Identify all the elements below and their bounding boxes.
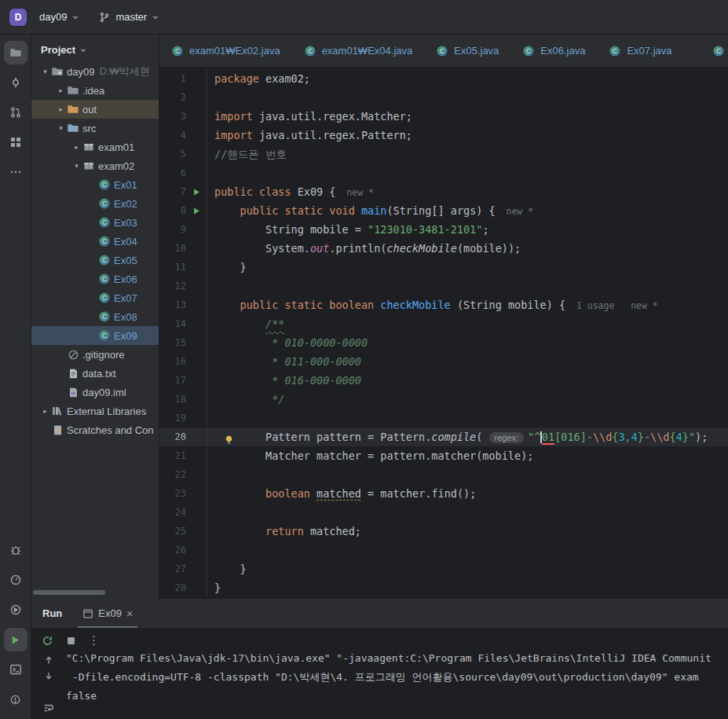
code-line-4[interactable]: 4import java.util.regex.Pattern;: [159, 126, 728, 145]
code-line-7[interactable]: 7public class Ex09 { new *: [159, 182, 728, 201]
profiler-tool-button[interactable]: [4, 568, 27, 592]
tree-item[interactable]: CEx03: [31, 213, 159, 232]
code-line-12[interactable]: 12: [159, 277, 728, 295]
debug-tool-button[interactable]: [4, 538, 27, 562]
rerun-button[interactable]: [41, 634, 53, 647]
tree-item[interactable]: ▸out: [31, 100, 159, 119]
code-line-11[interactable]: 11 }: [159, 258, 728, 277]
tree-item[interactable]: CEx09: [31, 326, 159, 345]
code-line-26[interactable]: 26: [159, 541, 728, 559]
tree-item[interactable]: CEx06: [31, 270, 159, 288]
code-line-27[interactable]: 27 }: [159, 559, 728, 578]
horizontal-scrollbar[interactable]: [33, 590, 105, 595]
bug-icon: [9, 544, 22, 556]
tree-item[interactable]: CEx01: [31, 175, 159, 194]
project-avatar: D: [9, 9, 27, 26]
run-tool-button[interactable]: [4, 628, 27, 651]
chevron-down-icon[interactable]: ▾: [71, 162, 82, 170]
gutter-spacer: [186, 559, 207, 578]
code-line-3[interactable]: 3import java.util.regex.Matcher;: [159, 107, 728, 126]
more-options-icon[interactable]: ⋮: [88, 633, 101, 647]
code-line-25[interactable]: 25 return matched;: [159, 522, 728, 541]
code-line-16[interactable]: 16 * 011-000-0000: [159, 352, 728, 371]
code-line-8[interactable]: 8 public static void main(String[] args)…: [159, 201, 728, 220]
problems-tool-button[interactable]: [4, 688, 27, 711]
tree-item[interactable]: ▸External Libraries: [31, 402, 159, 420]
tree-item[interactable]: data.txt: [31, 364, 159, 383]
services-tool-button[interactable]: [4, 598, 27, 622]
code-line-20[interactable]: 20 Pattern pattern = Pattern.compile( re…: [159, 427, 728, 446]
chevron-right-icon[interactable]: ▸: [55, 105, 67, 113]
tree-item[interactable]: ▾day09D:₩박세현: [31, 62, 159, 81]
tree-item[interactable]: ▸.idea: [31, 81, 159, 100]
chevron-down-icon: [152, 13, 159, 21]
code-line-15[interactable]: 15 * 010-0000-0000: [159, 333, 728, 352]
code-line-19[interactable]: 19: [159, 409, 728, 427]
code-line-2[interactable]: 2: [159, 88, 728, 107]
editor-tab[interactable]: C: [703, 35, 728, 67]
code-line-13[interactable]: 13 public static boolean checkMobile (St…: [159, 295, 728, 314]
chevron-down-icon[interactable]: ▾: [39, 68, 51, 75]
chevron-right-icon[interactable]: ▸: [55, 86, 67, 94]
code-line-28[interactable]: 28}: [159, 578, 728, 597]
chevron-right-icon[interactable]: ▸: [71, 143, 82, 151]
tree-item[interactable]: day09.iml: [31, 383, 159, 402]
chevron-down-icon[interactable]: ▾: [55, 124, 67, 132]
editor-tab[interactable]: Cexam01₩Ex04.java: [292, 35, 425, 67]
scroll-to-bottom-button[interactable]: [42, 669, 55, 682]
tree-item[interactable]: CEx04: [31, 232, 159, 251]
scroll-to-top-button[interactable]: [42, 654, 55, 666]
code-line-6[interactable]: 6: [159, 163, 728, 182]
svg-text:C: C: [102, 332, 107, 339]
editor-tab[interactable]: CEx07.java: [597, 35, 683, 67]
close-icon[interactable]: ×: [126, 607, 133, 620]
editor-tab[interactable]: Cexam01₩Ex02.java: [159, 35, 292, 67]
line-number: 10: [159, 239, 186, 258]
code-line-10[interactable]: 10 System.out.println(checkMobile(mobile…: [159, 239, 728, 258]
code-line-1[interactable]: 1package exam02;: [159, 69, 728, 88]
tree-item[interactable]: ▾src: [31, 119, 159, 138]
tree-item[interactable]: ▾exam02: [31, 156, 159, 175]
code-line-24[interactable]: 24: [159, 503, 728, 522]
run-tab-ex09[interactable]: Ex09 ×: [78, 599, 137, 628]
line-number: 14: [159, 314, 186, 333]
left-toolbar: [0, 35, 31, 719]
commit-tool-button[interactable]: [4, 71, 27, 94]
tree-item[interactable]: CEx07: [31, 288, 159, 307]
svg-text:C: C: [716, 47, 721, 55]
branch-widget[interactable]: master: [92, 8, 166, 27]
code-line-22[interactable]: 22: [159, 465, 728, 484]
gutter-spacer: [186, 88, 207, 107]
more-tools-button[interactable]: [4, 160, 27, 184]
tree-item[interactable]: ▸exam01: [31, 138, 159, 156]
project-widget[interactable]: day09: [33, 8, 86, 26]
tree-item[interactable]: .gitignore: [31, 345, 159, 364]
run-gutter-icon[interactable]: [186, 182, 207, 201]
tree-item[interactable]: CEx02: [31, 194, 159, 213]
gutter-spacer: [186, 145, 207, 163]
project-tool-button[interactable]: [4, 41, 27, 64]
tree-item[interactable]: CEx08: [31, 307, 159, 326]
editor-tab[interactable]: CEx05.java: [424, 35, 510, 67]
soft-wrap-button[interactable]: [42, 702, 55, 714]
editor-tab[interactable]: CEx06.java: [510, 35, 597, 67]
terminal-tool-button[interactable]: [4, 658, 27, 681]
code-line-23[interactable]: 23 boolean matched = matcher.find();: [159, 484, 728, 503]
line-number: 1: [159, 69, 186, 88]
code-line-18[interactable]: 18 */: [159, 390, 728, 409]
code-line-21[interactable]: 21 Matcher matcher = pattern.matcher(mob…: [159, 446, 728, 465]
project-panel-header[interactable]: Project: [31, 35, 159, 62]
stop-button[interactable]: [64, 634, 77, 647]
code-line-5[interactable]: 5//핸드폰 번호: [159, 145, 728, 163]
pull-requests-tool-button[interactable]: [4, 101, 27, 124]
tree-item[interactable]: CEx05: [31, 251, 159, 270]
code-line-17[interactable]: 17 * 016-000-0000: [159, 371, 728, 390]
code-line-14[interactable]: 14 /**: [159, 314, 728, 333]
code-line-9[interactable]: 9 String mobile = "123010-3481-2101";: [159, 220, 728, 239]
chevron-right-icon[interactable]: ▸: [39, 407, 51, 415]
code-area[interactable]: 1package exam02;23import java.util.regex…: [159, 68, 728, 599]
structure-tool-button[interactable]: [4, 130, 27, 154]
tree-item[interactable]: Scratches and Con: [31, 420, 159, 439]
gutter-spacer: [186, 578, 207, 597]
run-gutter-icon[interactable]: [186, 201, 207, 220]
